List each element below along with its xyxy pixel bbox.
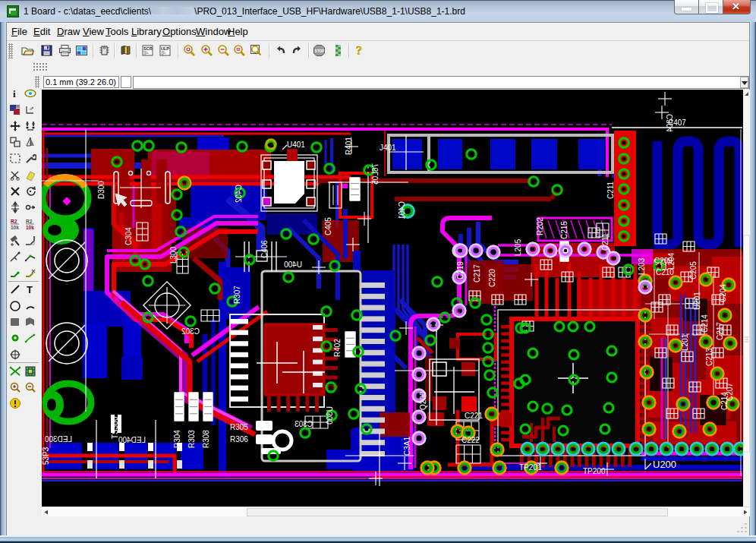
svg-text:C406: C406 (260, 240, 269, 258)
svg-text:C302: C302 (181, 327, 200, 336)
svg-text:L201: L201 (681, 333, 689, 351)
svg-text:i: i (13, 88, 16, 99)
svg-text:C401: C401 (398, 201, 406, 219)
svg-text:L300: L300 (169, 246, 178, 264)
svg-text:L204: L204 (667, 252, 676, 270)
svg-text:LED400: LED400 (118, 436, 146, 444)
svg-text:R308: R308 (202, 430, 210, 448)
svg-text:10k: 10k (11, 225, 19, 230)
svg-text:R202: R202 (536, 217, 544, 235)
svg-text:R307: R307 (233, 286, 241, 304)
svg-text:C221: C221 (465, 412, 483, 420)
svg-text:C402: C402 (235, 185, 243, 203)
svg-text:ULP: ULP (161, 46, 169, 51)
svg-text:LED300: LED300 (44, 435, 72, 444)
svg-text:.o: .o (29, 106, 32, 111)
svg-text:R401: R401 (345, 137, 353, 155)
svg-text:C405: C405 (324, 217, 332, 235)
svg-text:Q200: Q200 (419, 391, 427, 410)
svg-text:D300: D300 (97, 181, 106, 199)
svg-text:R303: R303 (187, 430, 196, 448)
svg-text:C217: C217 (716, 322, 724, 340)
svg-text:R305: R305 (230, 423, 248, 431)
svg-text:U300: U300 (326, 406, 334, 425)
svg-text:10k: 10k (26, 225, 34, 230)
svg-text:C222: C222 (461, 436, 480, 444)
svg-text:C303: C303 (295, 420, 313, 428)
svg-text:C204: C204 (719, 284, 727, 302)
svg-text:R2: R2 (26, 219, 33, 224)
svg-text:53P3: 53P3 (42, 447, 50, 465)
svg-text:C205: C205 (689, 261, 698, 279)
svg-text:C217: C217 (473, 264, 481, 283)
svg-text:C304: C304 (124, 227, 133, 245)
svg-text:?: ? (356, 44, 362, 57)
svg-text:J401: J401 (380, 144, 396, 152)
svg-text:R306: R306 (230, 435, 248, 444)
svg-text:C211: C211 (601, 232, 610, 251)
svg-text:C215: C215 (560, 221, 569, 239)
svg-text:STOP: STOP (315, 49, 324, 53)
svg-text:C220: C220 (488, 269, 496, 287)
svg-text:C213: C213 (705, 348, 713, 366)
svg-text:U201: U201 (693, 292, 701, 310)
svg-text:U400: U400 (284, 260, 302, 269)
svg-text:C214: C214 (720, 392, 729, 410)
svg-text:R2: R2 (11, 219, 17, 224)
svg-text:76L05: 76L05 (371, 163, 380, 185)
svg-text:C219: C219 (456, 261, 465, 279)
svg-text:C3A1: C3A1 (403, 437, 411, 456)
svg-text:SCR: SCR (143, 46, 153, 51)
svg-text:TP201: TP201 (519, 463, 542, 472)
svg-text:TP200: TP200 (583, 467, 606, 475)
svg-text:L203: L203 (638, 257, 646, 275)
svg-text:C214: C214 (701, 314, 709, 333)
svg-text:R402: R402 (333, 339, 342, 357)
svg-text:U200: U200 (653, 459, 676, 470)
svg-text:TS300: TS300 (111, 416, 119, 439)
svg-text:U401: U401 (287, 140, 305, 149)
svg-text:T: T (27, 284, 33, 295)
svg-text:R304: R304 (173, 430, 181, 448)
svg-text:C211: C211 (606, 181, 615, 199)
svg-text:C407: C407 (668, 118, 686, 127)
svg-text:L205: L205 (514, 238, 522, 256)
